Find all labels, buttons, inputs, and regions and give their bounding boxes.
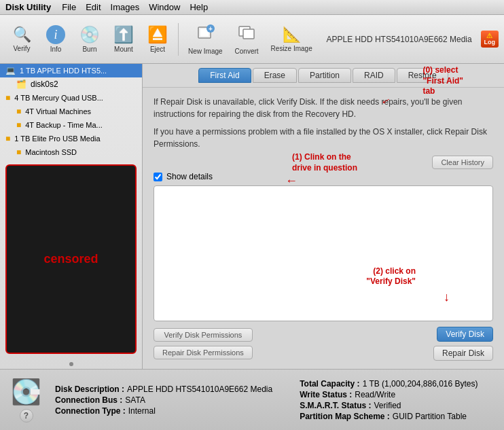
log-area	[154, 185, 493, 321]
tab-partition[interactable]: Partition	[298, 68, 351, 83]
clear-history-button[interactable]: Clear History	[432, 156, 493, 169]
toolbar-separator	[178, 23, 179, 56]
connection-type-label: Connection Type :	[55, 406, 126, 416]
bottom-buttons-right: Verify Disk Repair Disk	[433, 327, 493, 361]
convert-icon	[237, 23, 256, 46]
sidebar-item-4t-vm[interactable]: ■ 4T Virtual Machines	[0, 105, 142, 118]
sidebar-item-mercury[interactable]: ■ 4 TB Mercury Quad USB...	[0, 91, 142, 105]
info-text-1: If Repair Disk is unavailable, click Ver…	[154, 96, 493, 120]
repair-disk-button[interactable]: Repair Disk	[433, 346, 493, 361]
sidebar-item-main-disk[interactable]: 💻 1 TB APPLE HDD HTS5...	[0, 64, 142, 77]
verify-disk-permissions-button[interactable]: Verify Disk Permissions	[154, 328, 253, 342]
tab-raid[interactable]: RAID	[353, 68, 395, 83]
4t-vm-label: 4T Virtual Machines	[25, 107, 91, 115]
resize-image-button[interactable]: 📐 Resize Image	[266, 23, 318, 55]
window-menu[interactable]: Window	[149, 2, 180, 12]
status-col-right: Total Capacity : 1 TB (1,000,204,886,016…	[300, 379, 478, 421]
mercury-icon: ■	[5, 93, 10, 103]
verify-disk-button[interactable]: Verify Disk	[437, 327, 493, 342]
log-button[interactable]: ⚠ Log	[481, 31, 499, 48]
smart-status-value: Verified	[374, 401, 401, 410]
burn-button[interactable]: 💿 Burn	[73, 22, 106, 56]
file-menu[interactable]: File	[62, 2, 76, 12]
burn-label: Burn	[82, 46, 96, 53]
info-button[interactable]: i Info	[39, 22, 72, 56]
help-menu[interactable]: Help	[190, 2, 208, 12]
connection-bus-value: SATA	[125, 395, 145, 405]
total-capacity-value: 1 TB (1,000,204,886,016 Bytes)	[363, 379, 478, 389]
first-aid-content: If Repair Disk is unavailable, click Ver…	[143, 88, 504, 369]
repair-disk-permissions-button[interactable]: Repair Disk Permissions	[154, 346, 253, 359]
elite-icon: ■	[5, 134, 10, 143]
sidebar-item-4t-backup[interactable]: ■ 4T Backup - Time Ma...	[0, 118, 142, 132]
help-button[interactable]: ?	[20, 409, 33, 423]
verify-label: Verify	[13, 45, 30, 52]
status-partition-row: Partition Map Scheme : GUID Partition Ta…	[300, 412, 478, 421]
info-label: Info	[50, 46, 62, 53]
resize-image-icon: 📐	[283, 26, 301, 43]
images-menu[interactable]: Images	[111, 2, 140, 12]
app-menu[interactable]: Disk Utility	[5, 2, 51, 12]
eject-button[interactable]: ⏏️ Eject	[141, 22, 174, 56]
status-write-row: Write Status : Read/Write	[300, 390, 478, 399]
status-disk-desc-row: Disk Description : APPLE HDD HTS541010A9…	[55, 384, 272, 394]
sidebar-item-elite[interactable]: ■ 1 TB Elite Pro USB Media	[0, 132, 142, 145]
show-details-label: Show details	[166, 172, 213, 181]
svg-rect-5	[243, 29, 254, 39]
verify-icon: 🔍	[13, 26, 31, 43]
right-panel: First Aid Erase Partition RAID Restore I…	[143, 64, 504, 369]
status-capacity-row: Total Capacity : 1 TB (1,000,204,886,016…	[300, 379, 478, 389]
new-image-label: New Image	[188, 48, 223, 55]
convert-label: Convert	[235, 48, 259, 55]
macintosh-ssd-icon: ■	[16, 147, 21, 157]
connection-type-value: Internal	[128, 406, 156, 416]
macintosh-ssd-label: Macintosh SSD	[25, 148, 77, 156]
toolbar: 🔍 Verify i Info 💿 Burn ⬆️ Mount ⏏️ Eject…	[0, 15, 504, 64]
indicator-dot	[69, 362, 73, 366]
partition-map-value: GUID Partition Table	[393, 412, 467, 421]
burn-icon: 💿	[79, 25, 100, 44]
mount-button[interactable]: ⬆️ Mount	[107, 22, 140, 56]
status-conn-type-row: Connection Type : Internal	[55, 406, 272, 416]
clear-history-row: Clear History	[154, 156, 493, 169]
censored-label: censored	[43, 252, 98, 266]
new-image-button[interactable]: + New Image	[183, 20, 228, 58]
verify-button[interactable]: 🔍 Verify	[5, 23, 38, 55]
status-col-left: Disk Description : APPLE HDD HTS541010A9…	[55, 384, 272, 416]
convert-button[interactable]: Convert	[230, 20, 264, 58]
svg-text:+: +	[209, 25, 213, 33]
disk-description-value: APPLE HDD HTS541010A9E662 Media	[127, 384, 272, 394]
mount-label: Mount	[114, 46, 133, 53]
new-image-icon: +	[196, 23, 215, 46]
show-details-checkbox[interactable]	[154, 173, 162, 181]
eject-label: Eject	[150, 46, 165, 53]
tab-restore[interactable]: Restore	[397, 68, 448, 83]
status-conn-bus-row: Connection Bus : SATA	[55, 395, 272, 405]
eject-icon: ⏏️	[147, 25, 168, 44]
sidebar-item-macintosh-ssd[interactable]: ■ Macintosh SSD	[0, 145, 142, 159]
mercury-label: 4 TB Mercury Quad USB...	[14, 94, 103, 102]
sidebar-item-disk0s2[interactable]: 🗂️ disk0s2	[0, 77, 142, 91]
disk0s2-icon: 🗂️	[16, 79, 26, 89]
disk0s2-label: disk0s2	[31, 79, 58, 89]
disk-description-label: Disk Description :	[55, 384, 124, 394]
4t-backup-icon: ■	[16, 120, 21, 130]
info-text-2: If you have a permissions problem with a…	[154, 126, 493, 150]
bottom-buttons-left: Verify Disk Permissions Repair Disk Perm…	[154, 328, 253, 359]
edit-menu[interactable]: Edit	[86, 2, 101, 12]
log-label: Log	[484, 39, 496, 46]
smart-status-label: S.M.A.R.T. Status :	[300, 401, 371, 410]
total-capacity-label: Total Capacity :	[300, 379, 359, 389]
resize-image-label: Resize Image	[271, 45, 312, 52]
connection-bus-label: Connection Bus :	[55, 395, 122, 405]
main-disk-icon: 💻	[5, 66, 16, 75]
menubar: Disk Utility File Edit Images Window Hel…	[0, 0, 504, 15]
info-icon: i	[46, 25, 65, 44]
mount-icon: ⬆️	[113, 25, 134, 44]
sidebar: 💻 1 TB APPLE HDD HTS5... 🗂️ disk0s2 ■ 4 …	[0, 64, 143, 369]
partition-map-label: Partition Map Scheme :	[300, 412, 390, 421]
4t-backup-label: 4T Backup - Time Ma...	[25, 121, 103, 129]
elite-label: 1 TB Elite Pro USB Media	[14, 135, 100, 143]
tab-first-aid[interactable]: First Aid	[198, 68, 251, 83]
tab-erase[interactable]: Erase	[253, 68, 297, 83]
